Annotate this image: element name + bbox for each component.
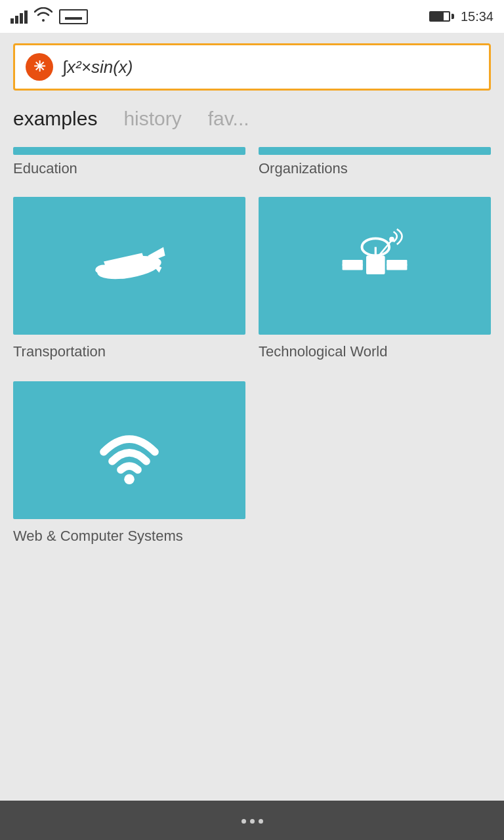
status-bar: ▬▬ 15:34 <box>0 0 504 33</box>
organizations-label: Organizations <box>259 160 491 177</box>
category-technological-world[interactable]: Technological World <box>259 197 491 362</box>
svg-point-16 <box>124 474 135 484</box>
keyboard-icon: ▬▬ <box>59 9 88 24</box>
main-content: Education Organizations <box>0 134 504 565</box>
signal-icon <box>10 9 28 24</box>
category-grid: Education Organizations <box>13 147 491 545</box>
web-tile-image <box>13 381 245 519</box>
tab-history[interactable]: history <box>123 108 181 134</box>
status-left: ▬▬ <box>10 7 88 26</box>
transportation-label: Transportation <box>13 343 245 362</box>
wifi-icon <box>34 7 52 26</box>
category-transportation[interactable]: Transportation <box>13 197 245 362</box>
tab-favorites[interactable]: fav... <box>208 108 249 134</box>
formula-display: ∫x²×sin(x) <box>62 57 133 77</box>
svg-rect-7 <box>366 255 385 274</box>
education-label: Education <box>13 160 245 177</box>
organizations-color-bar <box>259 147 491 155</box>
web-computer-label: Web & Computer Systems <box>13 527 245 546</box>
technological-tile-image <box>259 197 491 335</box>
category-web-computer[interactable]: Web & Computer Systems <box>13 381 245 546</box>
transportation-tile-image <box>13 197 245 335</box>
bottom-bar <box>0 801 504 840</box>
tab-bar: examples history fav... <box>0 101 504 134</box>
battery-icon <box>429 11 454 22</box>
time-display: 15:34 <box>461 9 494 24</box>
logo-icon: ✳ <box>33 58 45 75</box>
category-organizations[interactable]: Organizations <box>259 147 491 177</box>
bottom-dots <box>240 814 265 826</box>
technological-world-label: Technological World <box>259 343 491 362</box>
status-right: 15:34 <box>429 9 494 24</box>
app-logo: ✳ <box>26 53 53 81</box>
category-education[interactable]: Education <box>13 147 245 177</box>
education-color-bar <box>13 147 245 155</box>
tab-examples[interactable]: examples <box>13 108 97 134</box>
search-box[interactable]: ✳ ∫x²×sin(x) <box>13 43 491 91</box>
svg-point-6 <box>114 270 131 279</box>
